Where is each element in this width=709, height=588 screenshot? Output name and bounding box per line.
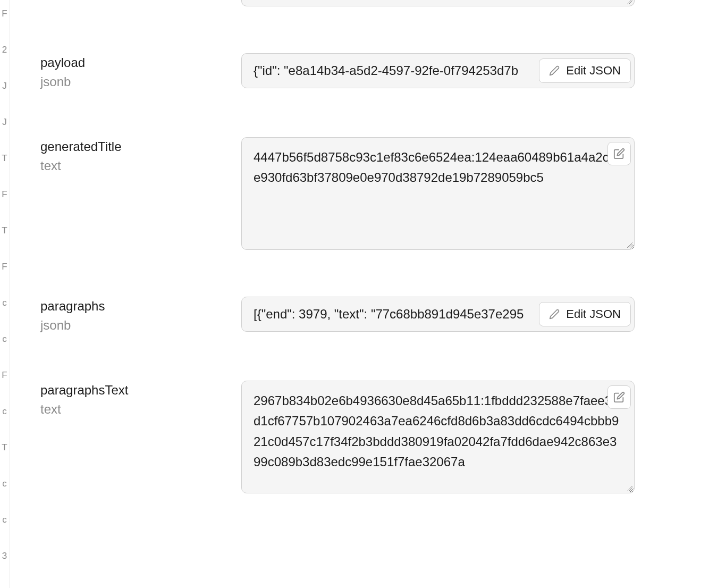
gutter-char: c bbox=[2, 515, 7, 525]
payload-labels: payload jsonb bbox=[40, 55, 85, 89]
gutter-char: c bbox=[2, 478, 7, 489]
field-name-paragraphs: paragraphs bbox=[40, 299, 105, 314]
paragraphs-json-field[interactable]: [{"end": 3979, "text": "77c68bb891d945e3… bbox=[241, 297, 635, 332]
generated-title-text-field[interactable] bbox=[241, 137, 635, 250]
previous-field-tail[interactable] bbox=[241, 0, 635, 6]
gutter-char: J bbox=[2, 117, 7, 128]
payload-json-field[interactable]: {"id": "e8a14b34-a5d2-4597-92fe-0f794253… bbox=[241, 53, 635, 88]
gutter-char: F bbox=[2, 189, 7, 200]
gutter-char: 3 bbox=[2, 551, 7, 561]
gutter-char: 2 bbox=[2, 45, 7, 55]
paragraphs-labels: paragraphs jsonb bbox=[40, 299, 105, 333]
gutter-char: T bbox=[2, 153, 7, 164]
gutter-char: F bbox=[2, 262, 7, 272]
gutter-char: T bbox=[2, 442, 7, 453]
edit-button-paragraphs-text[interactable] bbox=[607, 385, 631, 409]
edit-square-icon bbox=[613, 391, 625, 403]
field-name-paragraphs-text: paragraphsText bbox=[40, 383, 128, 398]
field-name-payload: payload bbox=[40, 55, 85, 70]
gutter-char: J bbox=[2, 81, 7, 91]
edit-json-button-payload[interactable]: Edit JSON bbox=[539, 58, 631, 83]
generated-title-labels: generatedTitle text bbox=[40, 139, 122, 173]
gutter-char: F bbox=[2, 370, 7, 381]
gutter-char: c bbox=[2, 298, 7, 308]
paragraphs-text-textarea[interactable] bbox=[254, 391, 622, 483]
paragraphs-text-labels: paragraphsText text bbox=[40, 383, 128, 417]
field-type-paragraphs-text: text bbox=[40, 402, 128, 417]
field-name-generated-title: generatedTitle bbox=[40, 139, 122, 154]
paragraphs-text-field[interactable] bbox=[241, 381, 635, 493]
gutter-char: F bbox=[2, 9, 7, 19]
gutter-char: c bbox=[2, 406, 7, 417]
edit-square-icon bbox=[613, 148, 625, 159]
generated-title-textarea[interactable] bbox=[254, 147, 622, 240]
field-type-generated-title: text bbox=[40, 158, 122, 173]
edit-json-button-paragraphs[interactable]: Edit JSON bbox=[539, 302, 631, 326]
edit-json-label: Edit JSON bbox=[566, 64, 621, 78]
gutter-char: T bbox=[2, 225, 7, 236]
field-type-paragraphs: jsonb bbox=[40, 318, 105, 333]
field-type-payload: jsonb bbox=[40, 74, 85, 89]
edit-json-label: Edit JSON bbox=[566, 307, 621, 321]
edit-button-generated-title[interactable] bbox=[607, 142, 631, 165]
main-content: payload jsonb {"id": "e8a14b34-a5d2-4597… bbox=[10, 0, 709, 588]
pencil-icon bbox=[549, 65, 560, 76]
gutter-char: c bbox=[2, 334, 7, 345]
pencil-icon bbox=[549, 309, 560, 320]
left-gutter: F 2 J J T F T F c c F c T c c 3 bbox=[0, 0, 10, 588]
